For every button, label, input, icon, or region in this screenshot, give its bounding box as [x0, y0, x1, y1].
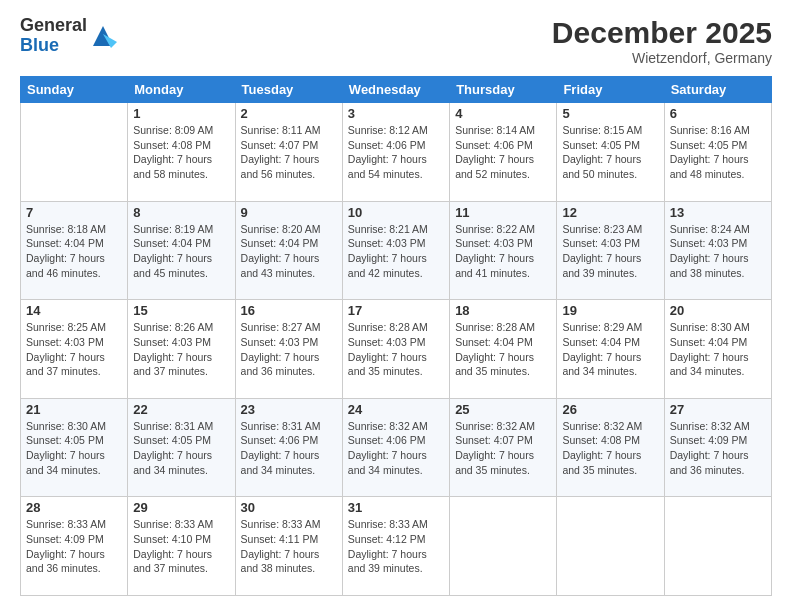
day-number: 7 — [26, 205, 122, 220]
day-info: Sunrise: 8:24 AM Sunset: 4:03 PM Dayligh… — [670, 222, 766, 281]
calendar-cell: 12Sunrise: 8:23 AM Sunset: 4:03 PM Dayli… — [557, 201, 664, 300]
col-tuesday: Tuesday — [235, 77, 342, 103]
calendar-cell: 30Sunrise: 8:33 AM Sunset: 4:11 PM Dayli… — [235, 497, 342, 596]
calendar-cell: 17Sunrise: 8:28 AM Sunset: 4:03 PM Dayli… — [342, 300, 449, 399]
day-number: 24 — [348, 402, 444, 417]
day-number: 12 — [562, 205, 658, 220]
day-number: 18 — [455, 303, 551, 318]
day-info: Sunrise: 8:14 AM Sunset: 4:06 PM Dayligh… — [455, 123, 551, 182]
calendar-cell: 1Sunrise: 8:09 AM Sunset: 4:08 PM Daylig… — [128, 103, 235, 202]
day-info: Sunrise: 8:33 AM Sunset: 4:11 PM Dayligh… — [241, 517, 337, 576]
calendar-cell: 3Sunrise: 8:12 AM Sunset: 4:06 PM Daylig… — [342, 103, 449, 202]
day-number: 1 — [133, 106, 229, 121]
day-number: 27 — [670, 402, 766, 417]
col-monday: Monday — [128, 77, 235, 103]
calendar-week-2: 14Sunrise: 8:25 AM Sunset: 4:03 PM Dayli… — [21, 300, 772, 399]
calendar-cell: 10Sunrise: 8:21 AM Sunset: 4:03 PM Dayli… — [342, 201, 449, 300]
location-title: Wietzendorf, Germany — [552, 50, 772, 66]
calendar-cell: 26Sunrise: 8:32 AM Sunset: 4:08 PM Dayli… — [557, 398, 664, 497]
day-info: Sunrise: 8:18 AM Sunset: 4:04 PM Dayligh… — [26, 222, 122, 281]
calendar-week-1: 7Sunrise: 8:18 AM Sunset: 4:04 PM Daylig… — [21, 201, 772, 300]
day-number: 3 — [348, 106, 444, 121]
day-info: Sunrise: 8:20 AM Sunset: 4:04 PM Dayligh… — [241, 222, 337, 281]
day-info: Sunrise: 8:29 AM Sunset: 4:04 PM Dayligh… — [562, 320, 658, 379]
day-info: Sunrise: 8:11 AM Sunset: 4:07 PM Dayligh… — [241, 123, 337, 182]
day-info: Sunrise: 8:30 AM Sunset: 4:04 PM Dayligh… — [670, 320, 766, 379]
day-info: Sunrise: 8:33 AM Sunset: 4:09 PM Dayligh… — [26, 517, 122, 576]
day-number: 2 — [241, 106, 337, 121]
day-number: 22 — [133, 402, 229, 417]
day-number: 16 — [241, 303, 337, 318]
day-number: 13 — [670, 205, 766, 220]
day-info: Sunrise: 8:23 AM Sunset: 4:03 PM Dayligh… — [562, 222, 658, 281]
calendar-cell: 24Sunrise: 8:32 AM Sunset: 4:06 PM Dayli… — [342, 398, 449, 497]
calendar-cell: 25Sunrise: 8:32 AM Sunset: 4:07 PM Dayli… — [450, 398, 557, 497]
day-info: Sunrise: 8:21 AM Sunset: 4:03 PM Dayligh… — [348, 222, 444, 281]
calendar-cell — [664, 497, 771, 596]
calendar-cell: 31Sunrise: 8:33 AM Sunset: 4:12 PM Dayli… — [342, 497, 449, 596]
logo-icon — [89, 22, 117, 50]
day-number: 20 — [670, 303, 766, 318]
calendar-cell: 5Sunrise: 8:15 AM Sunset: 4:05 PM Daylig… — [557, 103, 664, 202]
day-number: 29 — [133, 500, 229, 515]
calendar-cell: 8Sunrise: 8:19 AM Sunset: 4:04 PM Daylig… — [128, 201, 235, 300]
col-wednesday: Wednesday — [342, 77, 449, 103]
day-number: 5 — [562, 106, 658, 121]
day-number: 26 — [562, 402, 658, 417]
day-number: 25 — [455, 402, 551, 417]
calendar-cell: 9Sunrise: 8:20 AM Sunset: 4:04 PM Daylig… — [235, 201, 342, 300]
day-number: 15 — [133, 303, 229, 318]
title-block: December 2025 Wietzendorf, Germany — [552, 16, 772, 66]
day-info: Sunrise: 8:32 AM Sunset: 4:07 PM Dayligh… — [455, 419, 551, 478]
day-info: Sunrise: 8:33 AM Sunset: 4:10 PM Dayligh… — [133, 517, 229, 576]
col-friday: Friday — [557, 77, 664, 103]
day-number: 10 — [348, 205, 444, 220]
day-info: Sunrise: 8:22 AM Sunset: 4:03 PM Dayligh… — [455, 222, 551, 281]
day-info: Sunrise: 8:19 AM Sunset: 4:04 PM Dayligh… — [133, 222, 229, 281]
calendar-week-3: 21Sunrise: 8:30 AM Sunset: 4:05 PM Dayli… — [21, 398, 772, 497]
month-title: December 2025 — [552, 16, 772, 50]
day-info: Sunrise: 8:33 AM Sunset: 4:12 PM Dayligh… — [348, 517, 444, 576]
calendar-cell: 19Sunrise: 8:29 AM Sunset: 4:04 PM Dayli… — [557, 300, 664, 399]
day-number: 31 — [348, 500, 444, 515]
day-info: Sunrise: 8:26 AM Sunset: 4:03 PM Dayligh… — [133, 320, 229, 379]
day-number: 23 — [241, 402, 337, 417]
day-number: 21 — [26, 402, 122, 417]
calendar-week-0: 1Sunrise: 8:09 AM Sunset: 4:08 PM Daylig… — [21, 103, 772, 202]
calendar-cell: 11Sunrise: 8:22 AM Sunset: 4:03 PM Dayli… — [450, 201, 557, 300]
calendar-cell: 4Sunrise: 8:14 AM Sunset: 4:06 PM Daylig… — [450, 103, 557, 202]
day-info: Sunrise: 8:28 AM Sunset: 4:03 PM Dayligh… — [348, 320, 444, 379]
day-info: Sunrise: 8:25 AM Sunset: 4:03 PM Dayligh… — [26, 320, 122, 379]
calendar-cell: 16Sunrise: 8:27 AM Sunset: 4:03 PM Dayli… — [235, 300, 342, 399]
calendar-cell: 2Sunrise: 8:11 AM Sunset: 4:07 PM Daylig… — [235, 103, 342, 202]
calendar-cell: 27Sunrise: 8:32 AM Sunset: 4:09 PM Dayli… — [664, 398, 771, 497]
day-info: Sunrise: 8:09 AM Sunset: 4:08 PM Dayligh… — [133, 123, 229, 182]
day-info: Sunrise: 8:30 AM Sunset: 4:05 PM Dayligh… — [26, 419, 122, 478]
day-number: 14 — [26, 303, 122, 318]
calendar-cell: 15Sunrise: 8:26 AM Sunset: 4:03 PM Dayli… — [128, 300, 235, 399]
calendar-cell: 29Sunrise: 8:33 AM Sunset: 4:10 PM Dayli… — [128, 497, 235, 596]
calendar-cell — [450, 497, 557, 596]
col-saturday: Saturday — [664, 77, 771, 103]
calendar-cell — [21, 103, 128, 202]
calendar-cell: 7Sunrise: 8:18 AM Sunset: 4:04 PM Daylig… — [21, 201, 128, 300]
page: General Blue December 2025 Wietzendorf, … — [0, 0, 792, 612]
calendar-table: Sunday Monday Tuesday Wednesday Thursday… — [20, 76, 772, 596]
day-info: Sunrise: 8:16 AM Sunset: 4:05 PM Dayligh… — [670, 123, 766, 182]
calendar-cell: 18Sunrise: 8:28 AM Sunset: 4:04 PM Dayli… — [450, 300, 557, 399]
day-number: 6 — [670, 106, 766, 121]
logo: General Blue — [20, 16, 117, 56]
calendar-cell: 28Sunrise: 8:33 AM Sunset: 4:09 PM Dayli… — [21, 497, 128, 596]
day-number: 11 — [455, 205, 551, 220]
day-number: 9 — [241, 205, 337, 220]
col-thursday: Thursday — [450, 77, 557, 103]
day-info: Sunrise: 8:27 AM Sunset: 4:03 PM Dayligh… — [241, 320, 337, 379]
calendar-cell: 20Sunrise: 8:30 AM Sunset: 4:04 PM Dayli… — [664, 300, 771, 399]
day-info: Sunrise: 8:31 AM Sunset: 4:06 PM Dayligh… — [241, 419, 337, 478]
day-info: Sunrise: 8:32 AM Sunset: 4:06 PM Dayligh… — [348, 419, 444, 478]
calendar-header-row: Sunday Monday Tuesday Wednesday Thursday… — [21, 77, 772, 103]
calendar-cell — [557, 497, 664, 596]
day-number: 17 — [348, 303, 444, 318]
calendar-cell: 23Sunrise: 8:31 AM Sunset: 4:06 PM Dayli… — [235, 398, 342, 497]
header: General Blue December 2025 Wietzendorf, … — [20, 16, 772, 66]
